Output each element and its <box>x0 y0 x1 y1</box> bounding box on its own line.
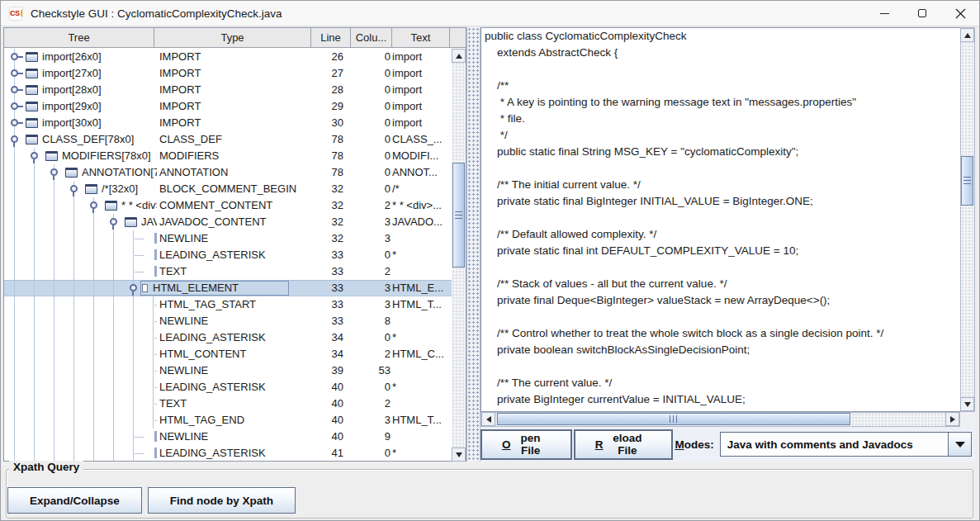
tree-guide-line <box>34 313 35 329</box>
cell-column: 0 <box>345 148 391 164</box>
cell-column: 0 <box>345 247 391 263</box>
code-scrollbar-thumb[interactable] <box>961 156 973 206</box>
tree-connector <box>154 338 157 339</box>
code-scroll-up-button[interactable] <box>960 28 974 42</box>
table-scrollbar-thumb[interactable] <box>452 163 465 268</box>
table-row[interactable]: HTML_TAG_END403HTML_T... <box>4 412 452 429</box>
close-icon <box>955 8 966 19</box>
code-scroll-right-button[interactable] <box>945 412 959 426</box>
tree-guide-line <box>73 313 74 329</box>
collapse-handle-icon[interactable] <box>90 201 97 209</box>
column-header-line[interactable]: Line <box>311 28 351 47</box>
leaf-icon <box>154 266 157 277</box>
tree-guide-line <box>54 313 54 329</box>
table-row[interactable]: import[28x0]IMPORT280import <box>4 82 452 98</box>
table-row[interactable]: import[27x0]IMPORT270import <box>4 65 452 82</box>
collapse-handle-icon[interactable] <box>110 218 117 225</box>
code-line: /** Control whether to treat the whole s… <box>481 325 960 342</box>
table-vertical-scrollbar[interactable] <box>452 49 466 462</box>
table-row[interactable]: JAVADOC_CONTENTJAVADOC_CONTENT323JAVADO.… <box>4 214 452 230</box>
handle-stem <box>92 209 94 213</box>
scroll-down-button[interactable] <box>452 448 466 462</box>
table-row[interactable]: TEXT332 <box>4 263 452 280</box>
table-row[interactable]: import[29x0]IMPORT290import <box>4 98 452 115</box>
tree-guide-line <box>73 429 74 445</box>
tree-connector <box>154 371 157 372</box>
cell-line: 30 <box>289 115 343 131</box>
table-row[interactable]: MODIFIERS[78x0]MODIFIERS780MODIFI... <box>4 148 452 164</box>
table-row[interactable]: CLASS_DEF[78x0]CLASS_DEF780CLASS_... <box>4 131 452 148</box>
code-scroll-left-button[interactable] <box>481 412 495 426</box>
combobox-arrow-button[interactable] <box>948 433 971 456</box>
handle-stem <box>17 73 23 74</box>
find-node-by-xpath-button[interactable]: Find node by Xpath <box>148 487 296 514</box>
code-hscrollbar-thumb[interactable] <box>497 413 850 425</box>
table-row[interactable]: LEADING_ASTERISK330* <box>4 247 452 263</box>
tree-guide-line <box>133 230 134 247</box>
collapse-handle-icon[interactable] <box>50 168 58 176</box>
collapse-handle-icon[interactable] <box>70 185 78 192</box>
scroll-up-button[interactable] <box>452 49 466 63</box>
tree-guide-line <box>73 379 74 395</box>
folder-icon <box>26 69 38 78</box>
table-row[interactable]: LEADING_ASTERISK400* <box>4 379 452 395</box>
cell-text: import <box>392 49 451 65</box>
code-line: private static final BigInteger INITIAL_… <box>481 193 960 210</box>
reload-file-button[interactable]: Reload File <box>574 429 674 460</box>
tree-guide-line <box>93 379 94 395</box>
tree-guide-line <box>54 412 54 429</box>
tree-guide-line <box>54 230 54 247</box>
minimize-button[interactable] <box>865 1 903 26</box>
cell-line: 27 <box>289 65 343 82</box>
tree-guide-line <box>14 263 15 280</box>
table-row[interactable]: HTML_ELEMENT333HTML_E... <box>4 280 452 296</box>
split-pane-divider[interactable] <box>466 27 481 462</box>
column-header-tree[interactable]: Tree <box>4 28 154 47</box>
parse-mode-combobox[interactable]: Java with comments and Javadocs <box>720 432 972 457</box>
open-file-button[interactable]: Open File <box>481 429 572 460</box>
table-row[interactable]: TEXT402 <box>4 395 452 412</box>
collapse-handle-icon[interactable] <box>11 135 18 143</box>
folder-icon <box>125 217 137 227</box>
cell-line: 40 <box>289 395 343 412</box>
table-row[interactable]: /*[32x0]BLOCK_COMMENT_BEGIN320/* <box>4 181 452 197</box>
column-header-column[interactable]: Colu... <box>351 28 392 47</box>
expand-collapse-button[interactable]: Expand/Collapse <box>7 487 142 514</box>
cell-column: 3 <box>345 230 391 247</box>
table-row[interactable]: import[26x0]IMPORT260import <box>4 49 452 65</box>
code-area[interactable]: public class CyclomaticComplexityCheck e… <box>481 27 960 412</box>
code-horizontal-scrollbar[interactable] <box>481 412 960 427</box>
table-row[interactable]: NEWLINE409 <box>4 429 452 445</box>
code-vertical-scrollbar[interactable] <box>960 27 975 412</box>
table-row[interactable]: NEWLINE3953 <box>4 362 452 379</box>
table-row[interactable]: * * <div>...COMMENT_CONTENT322* * <div>.… <box>4 197 452 214</box>
maximize-button[interactable] <box>903 1 941 26</box>
table-row[interactable]: ANNOTATION[78x0]ANNOTATION780ANNOT... <box>4 164 452 181</box>
table-row[interactable]: HTML_CONTENT342HTML_C... <box>4 346 452 362</box>
column-header-type[interactable]: Type <box>154 28 311 47</box>
folder-icon <box>26 102 38 111</box>
tree-guide-line <box>14 164 15 181</box>
tree-guide-line <box>34 346 35 362</box>
table-row[interactable]: LEADING_ASTERISK340* <box>4 329 452 346</box>
code-line: private BigInteger currentValue = INITIA… <box>481 391 960 408</box>
column-header-text[interactable]: Text <box>392 28 450 47</box>
cell-line: 40 <box>289 412 343 429</box>
table-row[interactable]: LEADING_ASTERISK410* <box>4 445 452 461</box>
collapse-handle-icon[interactable] <box>31 152 38 159</box>
arrow-up-icon <box>964 33 971 38</box>
code-line: * file. <box>481 111 960 127</box>
tree-guide-line <box>153 362 154 379</box>
table-row[interactable]: NEWLINE323 <box>4 230 452 247</box>
cell-line: 26 <box>289 49 343 65</box>
code-line <box>481 61 960 78</box>
table-row[interactable]: NEWLINE338 <box>4 313 452 329</box>
tree-guide-line <box>113 296 114 313</box>
collapse-handle-icon[interactable] <box>130 284 137 291</box>
close-button[interactable] <box>941 1 979 26</box>
code-scroll-down-button[interactable] <box>960 397 974 411</box>
table-row[interactable]: HTML_TAG_START333HTML_T... <box>4 296 452 313</box>
arrow-down-icon <box>456 452 462 457</box>
table-row[interactable]: import[30x0]IMPORT300import <box>4 115 452 131</box>
cell-column: 0 <box>345 115 391 131</box>
